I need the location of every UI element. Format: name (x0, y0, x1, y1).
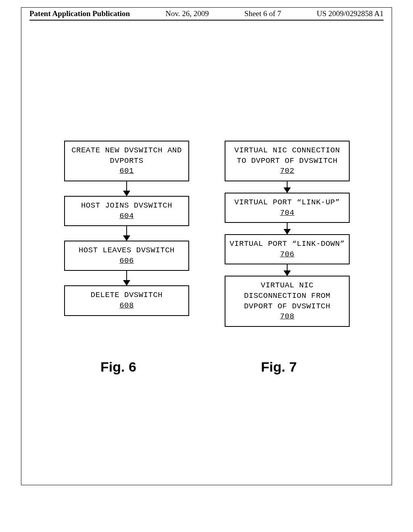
fig6-box-601-ref: 601 (119, 166, 134, 175)
header-pubno: US 2009/0292858 A1 (317, 9, 384, 18)
fig6-box-601: CREATE NEW DVSWITCH AND DVPORTS 601 (64, 141, 189, 181)
header-date: Nov. 26, 2009 (165, 9, 209, 18)
header-sheet: Sheet 6 of 7 (244, 9, 281, 18)
page-header: Patent Application Publication Nov. 26, … (29, 9, 384, 18)
header-rule (29, 20, 384, 21)
arrow-icon (287, 223, 288, 234)
fig6-box-606-ref: 606 (119, 256, 134, 265)
fig7-box-706-ref: 706 (280, 250, 294, 259)
fig7-box-706-text: VIRTUAL PORT “LINK-DOWN” (229, 239, 345, 248)
arrow-icon (287, 264, 288, 276)
fig7-box-706: VIRTUAL PORT “LINK-DOWN” 706 (225, 234, 350, 264)
fig7-box-704: VIRTUAL PORT “LINK-UP” 704 (225, 193, 350, 223)
fig7-box-702: VIRTUAL NIC CONNECTION TO DVPORT OF DVSW… (225, 141, 350, 181)
fig6-box-606-text: HOST LEAVES DVSWITCH (79, 246, 175, 255)
fig7-box-708-ref: 708 (280, 312, 294, 321)
arrow-icon (126, 181, 127, 196)
flowchart-fig6: CREATE NEW DVSWITCH AND DVPORTS 601 HOST… (64, 141, 189, 316)
fig6-box-608-ref: 608 (119, 301, 134, 310)
fig6-caption: Fig. 6 (100, 359, 136, 375)
arrow-icon (287, 181, 288, 193)
arrow-icon (126, 271, 127, 285)
fig7-box-702-ref: 702 (280, 166, 294, 175)
fig7-box-708-text: VIRTUAL NIC DISCONNECTION FROM DVPORT OF… (244, 281, 330, 310)
fig6-box-604: HOST JOINS DVSWITCH 604 (64, 196, 189, 226)
fig6-box-604-ref: 604 (119, 212, 134, 220)
page-frame: Patent Application Publication Nov. 26, … (21, 7, 392, 485)
fig6-box-608-text: DELETE DVSWITCH (91, 291, 163, 299)
fig6-box-606: HOST LEAVES DVSWITCH 606 (64, 241, 189, 271)
flowchart-fig7: VIRTUAL NIC CONNECTION TO DVPORT OF DVSW… (225, 141, 350, 327)
fig7-box-704-ref: 704 (280, 208, 294, 217)
fig7-caption: Fig. 7 (261, 359, 297, 375)
fig6-box-608: DELETE DVSWITCH 608 (64, 285, 189, 316)
header-title: Patent Application Publication (29, 9, 130, 18)
fig6-box-601-text: CREATE NEW DVSWITCH AND DVPORTS (71, 146, 182, 165)
arrow-icon (126, 226, 127, 241)
fig7-box-702-text: VIRTUAL NIC CONNECTION TO DVPORT OF DVSW… (234, 146, 340, 165)
fig6-box-604-text: HOST JOINS DVSWITCH (81, 201, 172, 210)
fig7-box-708: VIRTUAL NIC DISCONNECTION FROM DVPORT OF… (225, 276, 350, 327)
fig7-box-704-text: VIRTUAL PORT “LINK-UP” (234, 198, 340, 207)
